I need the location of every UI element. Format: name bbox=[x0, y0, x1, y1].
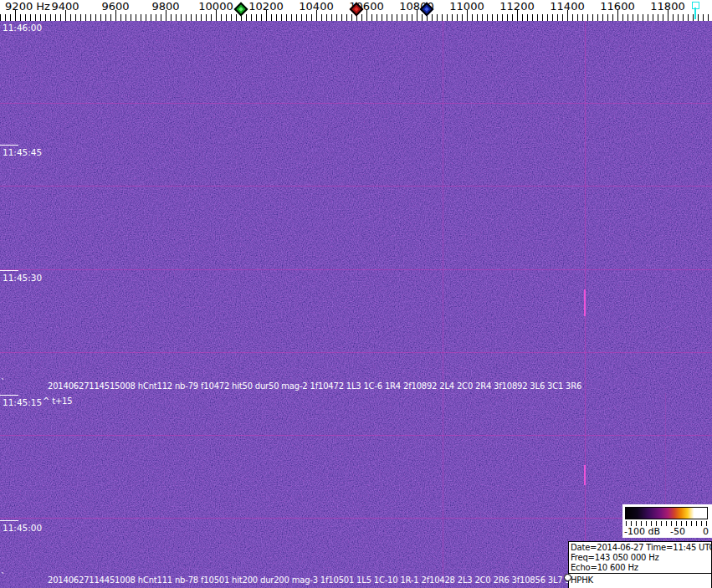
frequency-tick bbox=[186, 14, 187, 21]
frequency-tick bbox=[371, 14, 372, 21]
frequency-tick bbox=[532, 14, 533, 21]
time-tick bbox=[0, 270, 18, 271]
frequency-tick bbox=[542, 14, 543, 21]
frequency-tick bbox=[161, 14, 161, 21]
frequency-tick bbox=[492, 14, 493, 21]
frequency-tick bbox=[351, 14, 352, 21]
frequency-tick bbox=[346, 14, 347, 21]
frequency-tick bbox=[291, 14, 292, 21]
event-annotation-1: 20140627114515008 hCnt112 nb-79 f10472 h… bbox=[48, 381, 581, 391]
frequency-tick bbox=[376, 14, 377, 21]
frequency-tick bbox=[387, 14, 387, 21]
frequency-tick bbox=[85, 14, 86, 21]
frequency-tick bbox=[462, 14, 463, 21]
info-echo-line: Echo=10 600 Hz bbox=[571, 563, 711, 573]
frequency-tick bbox=[522, 14, 523, 21]
frequency-tick bbox=[251, 14, 252, 21]
observation-info-box: Date=2014-06-27 Time=11:45 UTC Freq=143 … bbox=[568, 541, 712, 574]
frequency-tick bbox=[512, 14, 513, 21]
frequency-tick bbox=[447, 14, 448, 21]
frequency-label: 10200 bbox=[248, 0, 283, 13]
frequency-tick bbox=[482, 14, 483, 21]
frequency-tick bbox=[658, 14, 658, 21]
frequency-tick bbox=[633, 14, 633, 21]
time-gridline bbox=[0, 352, 712, 353]
spectrogram[interactable]: ` 20140627114515008 hCnt112 nb-79 f10472… bbox=[0, 21, 712, 588]
frequency-tick bbox=[100, 14, 101, 21]
frequency-tick bbox=[151, 14, 151, 21]
frequency-tick bbox=[341, 14, 342, 21]
frequency-tick bbox=[638, 14, 638, 21]
frequency-tick bbox=[276, 14, 277, 21]
info-date-line: Date=2014-06-27 Time=11:45 UTC bbox=[571, 543, 711, 553]
frequency-tick bbox=[211, 14, 212, 21]
frequency-tick bbox=[110, 14, 111, 21]
time-gridline bbox=[0, 518, 712, 519]
frequency-tick bbox=[507, 14, 508, 21]
frequency-tick bbox=[693, 14, 694, 21]
frequency-tick bbox=[683, 14, 684, 21]
frequency-label: 11200 bbox=[499, 0, 534, 13]
colorbar-label-max: 0 bbox=[703, 526, 709, 537]
time-gridline bbox=[0, 435, 712, 436]
red-diamond-marker-core bbox=[354, 7, 359, 12]
frequency-tick bbox=[673, 14, 674, 21]
frequency-tick bbox=[306, 14, 307, 21]
time-label: 11:46:00 bbox=[3, 23, 42, 33]
frequency-tick bbox=[236, 14, 237, 21]
frequency-tick bbox=[688, 14, 689, 21]
echo-streak bbox=[584, 289, 586, 316]
frequency-tick bbox=[35, 14, 36, 21]
frequency-tick bbox=[90, 14, 91, 21]
frequency-tick bbox=[582, 14, 583, 21]
frequency-tick bbox=[271, 14, 272, 21]
frequency-tick bbox=[125, 14, 126, 21]
frequency-tick bbox=[231, 14, 232, 21]
cyan-cursor-pin-stem[interactable] bbox=[694, 8, 696, 19]
frequency-tick bbox=[402, 14, 402, 21]
frequency-tick bbox=[442, 14, 443, 21]
frequency-tick bbox=[592, 14, 593, 21]
frequency-tick bbox=[527, 14, 528, 21]
frequency-label: 11600 bbox=[600, 0, 634, 13]
frequency-tick bbox=[246, 14, 247, 21]
colorbar-label-min: -100 dB bbox=[624, 526, 660, 537]
info-box-handle[interactable] bbox=[564, 574, 571, 581]
frequency-tick bbox=[226, 14, 227, 21]
frequency-tick bbox=[326, 14, 327, 21]
time-label: 11:45:00 bbox=[3, 523, 42, 533]
frequency-tick bbox=[201, 14, 202, 21]
frequency-tick bbox=[497, 14, 498, 21]
frequency-tick bbox=[141, 14, 141, 21]
frequency-tick bbox=[537, 14, 538, 21]
frequency-tick bbox=[698, 14, 699, 21]
frequency-tick bbox=[557, 14, 558, 21]
blue-diamond-marker-core bbox=[424, 7, 429, 12]
frequency-label: 9200 Hz bbox=[5, 0, 50, 13]
frequency-tick bbox=[181, 14, 182, 21]
green-diamond-marker-core bbox=[238, 7, 243, 12]
colorbar-panel: -100 dB -50 0 bbox=[622, 504, 712, 538]
noise-texture bbox=[0, 21, 712, 588]
frequency-tick bbox=[361, 14, 362, 21]
time-label: 11:45:15 bbox=[3, 397, 42, 407]
frequency-tick bbox=[622, 14, 623, 21]
frequency-tick bbox=[156, 14, 156, 21]
frequency-ruler[interactable]: 9200 Hz940096009800100001020010400106001… bbox=[0, 0, 712, 21]
frequency-tick bbox=[572, 14, 573, 21]
time-gridline bbox=[0, 103, 712, 104]
frequency-tick bbox=[602, 14, 603, 21]
frequency-tick bbox=[397, 14, 397, 21]
frequency-tick bbox=[120, 14, 121, 21]
frequency-tick bbox=[412, 14, 412, 21]
frequency-label: 10000 bbox=[198, 0, 233, 13]
frequency-tick bbox=[643, 14, 643, 21]
frequency-tick bbox=[40, 14, 41, 21]
frequency-tick bbox=[221, 14, 222, 21]
frequency-tick bbox=[331, 14, 332, 21]
frequency-tick bbox=[20, 14, 21, 21]
frequency-tick bbox=[552, 14, 553, 21]
echo-streak bbox=[584, 465, 586, 485]
info-freq-line: Freq=143 050 000 Hz bbox=[571, 553, 711, 563]
frequency-tick bbox=[607, 14, 608, 21]
